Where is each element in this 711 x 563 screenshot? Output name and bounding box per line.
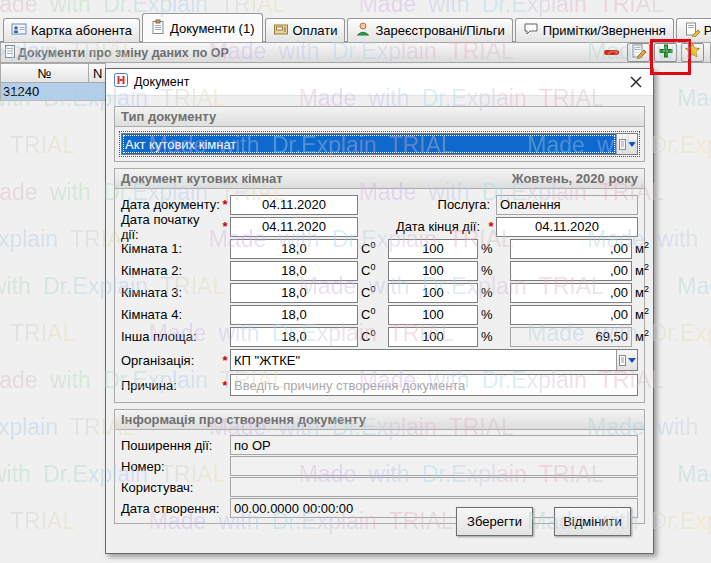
room-row: Кімната 3: C0 % м2 bbox=[121, 282, 638, 303]
unit-percent: % bbox=[478, 241, 502, 256]
combobox-dropdown-button[interactable] bbox=[616, 350, 637, 370]
room2-temp-input[interactable] bbox=[230, 261, 358, 281]
room-label: Кімната 3: bbox=[121, 285, 220, 300]
unit-percent: % bbox=[478, 307, 502, 322]
room-row: Кімната 2: C0 % м2 bbox=[121, 260, 638, 281]
other-area-percent-input[interactable] bbox=[388, 327, 478, 347]
distribution-label: Поширення дії: bbox=[121, 438, 230, 453]
other-area-temp-input[interactable] bbox=[230, 327, 358, 347]
organization-combobox[interactable]: КП "ЖТКЕ" bbox=[230, 349, 638, 371]
save-button[interactable]: Зберегти bbox=[456, 507, 533, 536]
close-button[interactable] bbox=[627, 73, 645, 91]
room-row: Кімната 1: C0 % м2 bbox=[121, 238, 638, 259]
number-field bbox=[230, 456, 638, 476]
decrypt-document-icon bbox=[684, 21, 700, 40]
room4-percent-input[interactable] bbox=[388, 305, 478, 325]
room2-area-input[interactable] bbox=[510, 261, 632, 281]
payments-icon bbox=[273, 21, 289, 40]
room3-percent-input[interactable] bbox=[388, 283, 478, 303]
dialog-buttons: Зберегти Відмінити bbox=[456, 507, 631, 536]
dialog-body: Тип документу Акт кутових кімнат bbox=[106, 96, 653, 524]
unit-celsius: C0 bbox=[358, 328, 382, 344]
tab-bar: Картка абонента Документи (1) Оплати Зар… bbox=[0, 12, 711, 42]
section-corner-rooms-document: Документ кутових кімнат Жовтень, 2020 ро… bbox=[114, 168, 645, 403]
room-label: Кімната 4: bbox=[121, 307, 220, 322]
unit-percent: % bbox=[478, 263, 502, 278]
tab-label: Примітки/Звернення bbox=[543, 23, 666, 38]
other-area-total-field bbox=[510, 327, 632, 347]
combobox-dropdown-button[interactable] bbox=[616, 134, 637, 154]
tab-label: Розшифро bbox=[704, 23, 711, 38]
list-icon bbox=[619, 355, 627, 366]
required-marker: * bbox=[220, 378, 230, 393]
tab-label: Документи (1) bbox=[170, 21, 254, 36]
unit-square-meter: м2 bbox=[632, 284, 656, 300]
edit-icon bbox=[631, 43, 647, 63]
combobox-selected-value: Акт кутових кімнат bbox=[122, 134, 616, 154]
person-icon bbox=[355, 21, 371, 40]
tab-label: Зареєстровані/Пільги bbox=[375, 23, 504, 38]
reason-input[interactable] bbox=[230, 374, 638, 396]
section-title: Тип документу bbox=[121, 109, 216, 124]
app-window: Картка абонента Документи (1) Оплати Зар… bbox=[0, 0, 711, 563]
number-label: Номер: bbox=[121, 459, 230, 474]
room1-temp-input[interactable] bbox=[230, 239, 358, 259]
room1-area-input[interactable] bbox=[510, 239, 632, 259]
organization-value: КП "ЖТКЕ" bbox=[231, 350, 616, 370]
room3-temp-input[interactable] bbox=[230, 283, 358, 303]
annotation-highlight-rectangle bbox=[650, 39, 691, 75]
room2-percent-input[interactable] bbox=[388, 261, 478, 281]
required-marker: * bbox=[486, 219, 496, 234]
column-number[interactable]: № bbox=[1, 64, 89, 82]
tab-subscriber-card[interactable]: Картка абонента bbox=[3, 18, 140, 42]
dialog-title: Документ bbox=[134, 75, 189, 89]
room4-area-input[interactable] bbox=[510, 305, 632, 325]
dialog-titlebar: Документ bbox=[106, 69, 653, 96]
distribution-field bbox=[230, 435, 638, 455]
required-marker: * bbox=[220, 219, 230, 234]
documents-table-header: № N bbox=[0, 63, 106, 83]
tab-documents[interactable]: Документи (1) bbox=[142, 13, 262, 42]
other-area-label: Інша площа: bbox=[121, 329, 220, 344]
start-date-label: Дата початку дії: bbox=[121, 212, 220, 242]
service-label: Послуга: bbox=[438, 197, 490, 212]
document-type-combobox[interactable]: Акт кутових кімнат bbox=[121, 133, 638, 155]
unit-square-meter: м2 bbox=[632, 306, 656, 322]
edit-document-button[interactable] bbox=[627, 43, 650, 62]
user-field bbox=[230, 477, 638, 497]
unit-square-meter: м2 bbox=[632, 328, 656, 344]
room3-area-input[interactable] bbox=[510, 283, 632, 303]
room1-percent-input[interactable] bbox=[388, 239, 478, 259]
section-header: Тип документу bbox=[115, 107, 644, 127]
cancel-button[interactable]: Відмінити bbox=[554, 507, 631, 536]
unit-square-meter: м2 bbox=[632, 240, 656, 256]
document-number: 31240 bbox=[3, 84, 39, 99]
unit-percent: % bbox=[478, 285, 502, 300]
chevron-down-icon bbox=[628, 142, 636, 147]
start-date-input[interactable] bbox=[230, 217, 358, 237]
reason-label: Причина: bbox=[121, 378, 220, 393]
table-row[interactable]: 31240 bbox=[0, 83, 106, 101]
tab-registered-benefits[interactable]: Зареєстровані/Пільги bbox=[347, 18, 512, 42]
end-date-label: Дата кінця дії: bbox=[396, 219, 480, 234]
form-icon bbox=[5, 44, 15, 62]
delete-document-button[interactable] bbox=[600, 43, 623, 62]
chevron-down-icon bbox=[628, 358, 636, 363]
tab-label: Картка абонента bbox=[31, 23, 132, 38]
document-date-input[interactable] bbox=[230, 195, 358, 215]
room4-temp-input[interactable] bbox=[230, 305, 358, 325]
section-title: Документ кутових кімнат bbox=[121, 171, 283, 186]
minus-icon bbox=[604, 50, 619, 55]
column-name[interactable]: N bbox=[89, 64, 105, 82]
tab-payments[interactable]: Оплати bbox=[265, 18, 346, 42]
period-label: Жовтень, 2020 року bbox=[512, 171, 638, 186]
required-marker: * bbox=[220, 197, 230, 212]
section-header: Документ кутових кімнат Жовтень, 2020 ро… bbox=[115, 169, 644, 189]
unit-celsius: C0 bbox=[358, 262, 382, 278]
required-marker: * bbox=[220, 353, 230, 368]
section-header: Інформація про створення документу bbox=[115, 410, 644, 430]
date-label: Дата документу: bbox=[121, 197, 220, 212]
end-date-input[interactable] bbox=[496, 217, 638, 237]
close-icon bbox=[630, 76, 642, 88]
id-card-icon bbox=[11, 21, 27, 40]
